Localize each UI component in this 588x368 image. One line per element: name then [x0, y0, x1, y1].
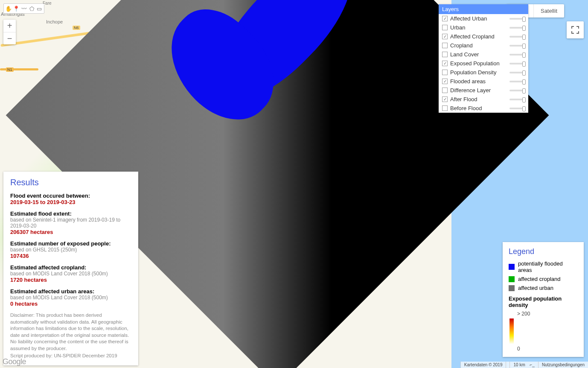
legend-density-title: Exposed population density: [509, 295, 578, 308]
layer-checkbox[interactable]: [442, 16, 448, 21]
layer-label: After Flood: [450, 96, 507, 102]
layer-label: Difference Layer: [450, 87, 507, 93]
rectangle-tool-icon[interactable]: ▭: [35, 5, 43, 12]
results-extent-sub: based on Senintel-1 imagery from 2019-03…: [10, 217, 131, 229]
attribution-terms[interactable]: Nutzungsbedingungen: [538, 362, 588, 368]
hand-tool-icon[interactable]: ✋: [5, 5, 12, 12]
results-extent-value: 206307 hectares: [10, 229, 131, 235]
fullscreen-icon: [571, 26, 579, 34]
layer-checkbox[interactable]: [442, 79, 448, 84]
road-badge-n1: N1: [6, 67, 14, 72]
zoom-in-button[interactable]: +: [3, 20, 16, 32]
results-urban-sub: based on MODIS Land Cover 2018 (500m): [10, 295, 131, 301]
results-script-by: Script produced by: UN-SPIDER December 2…: [10, 353, 131, 359]
layer-label: Exposed Population: [450, 60, 507, 67]
fullscreen-button[interactable]: [567, 21, 584, 38]
layer-row: Urban: [439, 23, 528, 32]
layer-row: After Flood: [439, 95, 528, 104]
layer-row: Before Flood: [439, 104, 528, 113]
zoom-control: + −: [3, 20, 16, 44]
layer-opacity-slider[interactable]: [509, 81, 525, 82]
layer-label: Affected Cropland: [450, 33, 507, 40]
results-people-value: 107436: [10, 253, 131, 259]
google-logo: Google: [3, 357, 26, 366]
results-urban-value: 0 hectares: [10, 301, 131, 307]
results-crop-sub: based on MODIS Land Cover 2018 (500m): [10, 271, 131, 277]
legend-panel: Legend potentially flooded areasaffected…: [503, 242, 584, 357]
legend-item-label: potentially flooded areas: [518, 260, 578, 273]
legend-item: affected cropland: [509, 276, 578, 282]
layer-checkbox[interactable]: [442, 25, 448, 30]
layer-row: Affected Cropland: [439, 32, 528, 41]
map-attribution: Kartendaten © 2019 10 km ⌐_ Nutzungsbedi…: [460, 362, 588, 368]
layer-checkbox[interactable]: [442, 43, 448, 48]
attribution-data: Kartendaten © 2019: [460, 362, 506, 368]
layer-checkbox[interactable]: [442, 61, 448, 66]
layer-label: Population Density: [450, 69, 507, 76]
map-type-satellite[interactable]: Satellit: [533, 4, 564, 18]
layer-label: Urban: [450, 24, 507, 31]
results-title: Results: [10, 178, 131, 187]
legend-swatch: [509, 276, 515, 282]
layer-checkbox[interactable]: [442, 34, 448, 39]
layer-opacity-slider[interactable]: [509, 99, 525, 100]
results-disclaimer: Disclaimer: This product has been derive…: [10, 312, 131, 352]
legend-density-max: > 200: [517, 311, 578, 317]
attribution-scale: 10 km ⌐_: [506, 362, 538, 368]
layer-checkbox[interactable]: [442, 88, 448, 93]
layers-panel-title: Layers: [439, 4, 528, 14]
layer-label: Land Cover: [450, 51, 507, 58]
legend-item-label: affected cropland: [518, 276, 561, 282]
layer-checkbox[interactable]: [442, 105, 448, 111]
layer-label: Cropland: [450, 42, 507, 49]
layer-row: Difference Layer: [439, 86, 528, 95]
layer-opacity-slider[interactable]: [509, 63, 525, 64]
results-people-sub: based on GHSL 2015 (250m): [10, 247, 131, 253]
layer-opacity-slider[interactable]: [509, 36, 525, 38]
legend-swatch: [509, 285, 515, 291]
map-label-inchope: Inchope: [46, 19, 63, 24]
layer-opacity-slider[interactable]: [509, 72, 525, 73]
drawing-toolbar: ✋ 📍 〰 ⬠ ▭: [3, 3, 44, 14]
legend-item: affected urban: [509, 285, 578, 291]
results-people-label: Estimated number of exposed people:: [10, 240, 131, 247]
layer-label: Flooded areas: [450, 78, 507, 85]
legend-item: potentially flooded areas: [509, 260, 578, 273]
results-event-value: 2019-03-15 to 2019-03-23: [10, 199, 131, 205]
layer-opacity-slider[interactable]: [509, 45, 525, 47]
layer-opacity-slider[interactable]: [509, 18, 525, 20]
layer-label: Before Flood: [450, 105, 507, 111]
results-urban-label: Estimated affected urban areas:: [10, 288, 131, 295]
layer-row: Cropland: [439, 41, 528, 50]
layer-row: Affected Urban: [439, 14, 528, 23]
marker-tool-icon[interactable]: 📍: [12, 5, 20, 12]
layers-panel: Layers Affected UrbanUrbanAffected Cropl…: [439, 4, 528, 113]
layer-opacity-slider[interactable]: [509, 54, 525, 55]
layer-checkbox[interactable]: [442, 70, 448, 75]
layer-checkbox[interactable]: [442, 96, 448, 102]
layer-row: Population Density: [439, 68, 528, 77]
layer-checkbox[interactable]: [442, 52, 448, 57]
legend-density-gradient: [509, 318, 514, 344]
legend-swatch: [509, 264, 515, 270]
legend-title: Legend: [509, 247, 578, 256]
layer-row: Land Cover: [439, 50, 528, 59]
results-extent-label: Estimated flood extent:: [10, 210, 131, 217]
results-crop-value: 1720 hectares: [10, 277, 131, 283]
layer-opacity-slider[interactable]: [509, 90, 525, 91]
line-tool-icon[interactable]: 〰: [20, 5, 28, 12]
layer-opacity-slider[interactable]: [509, 27, 525, 29]
road-badge-n6a: N6: [73, 26, 80, 30]
zoom-out-button[interactable]: −: [3, 32, 16, 44]
layer-label: Affected Urban: [450, 15, 507, 22]
layer-opacity-slider[interactable]: [509, 108, 525, 109]
legend-density-min: 0: [517, 346, 578, 352]
legend-item-label: affected urban: [518, 285, 553, 291]
layer-row: Exposed Population: [439, 59, 528, 68]
layer-row: Flooded areas: [439, 77, 528, 86]
results-panel: Results Flood event occured between: 201…: [3, 172, 138, 365]
results-event-label: Flood event occured between:: [10, 193, 131, 199]
polygon-tool-icon[interactable]: ⬠: [28, 5, 35, 12]
results-crop-label: Estimated affected cropland:: [10, 264, 131, 271]
